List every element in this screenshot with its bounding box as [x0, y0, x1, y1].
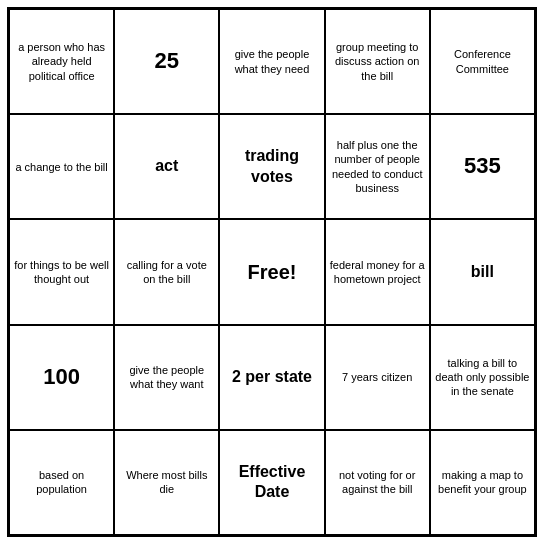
- bingo-cell-r1c4[interactable]: 535: [430, 114, 535, 219]
- bingo-cell-r1c0[interactable]: a change to the bill: [9, 114, 114, 219]
- bingo-cell-r2c1[interactable]: calling for a vote on the bill: [114, 219, 219, 324]
- bingo-board: a person who has already held political …: [7, 7, 537, 537]
- bingo-cell-r0c0[interactable]: a person who has already held political …: [9, 9, 114, 114]
- bingo-cell-r3c2[interactable]: 2 per state: [219, 325, 324, 430]
- bingo-cell-r3c1[interactable]: give the people what they want: [114, 325, 219, 430]
- bingo-cell-r4c1[interactable]: Where most bills die: [114, 430, 219, 535]
- bingo-cell-r0c1[interactable]: 25: [114, 9, 219, 114]
- bingo-cell-r3c4[interactable]: talking a bill to death only possible in…: [430, 325, 535, 430]
- bingo-cell-r4c2[interactable]: Effective Date: [219, 430, 324, 535]
- bingo-cell-r1c1[interactable]: act: [114, 114, 219, 219]
- bingo-cell-r2c4[interactable]: bill: [430, 219, 535, 324]
- bingo-cell-r4c4[interactable]: making a map to benefit your group: [430, 430, 535, 535]
- bingo-cell-r4c0[interactable]: based on population: [9, 430, 114, 535]
- bingo-cell-r1c2[interactable]: trading votes: [219, 114, 324, 219]
- bingo-cell-r4c3[interactable]: not voting for or against the bill: [325, 430, 430, 535]
- bingo-cell-r2c2[interactable]: Free!: [219, 219, 324, 324]
- bingo-cell-r0c2[interactable]: give the people what they need: [219, 9, 324, 114]
- bingo-cell-r1c3[interactable]: half plus one the number of people neede…: [325, 114, 430, 219]
- bingo-cell-r2c0[interactable]: for things to be well thought out: [9, 219, 114, 324]
- bingo-cell-r3c3[interactable]: 7 years citizen: [325, 325, 430, 430]
- bingo-cell-r0c4[interactable]: Conference Committee: [430, 9, 535, 114]
- bingo-cell-r3c0[interactable]: 100: [9, 325, 114, 430]
- bingo-cell-r0c3[interactable]: group meeting to discuss action on the b…: [325, 9, 430, 114]
- bingo-cell-r2c3[interactable]: federal money for a hometown project: [325, 219, 430, 324]
